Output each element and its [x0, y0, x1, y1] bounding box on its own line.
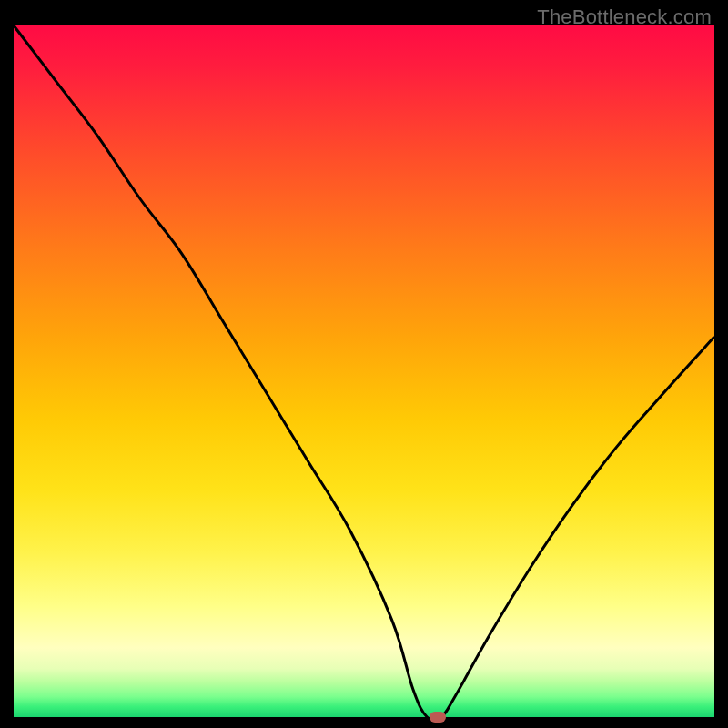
- minimum-marker: [430, 712, 446, 723]
- chart-area: [14, 25, 714, 717]
- curve-path: [14, 25, 714, 721]
- bottleneck-curve: [14, 25, 714, 717]
